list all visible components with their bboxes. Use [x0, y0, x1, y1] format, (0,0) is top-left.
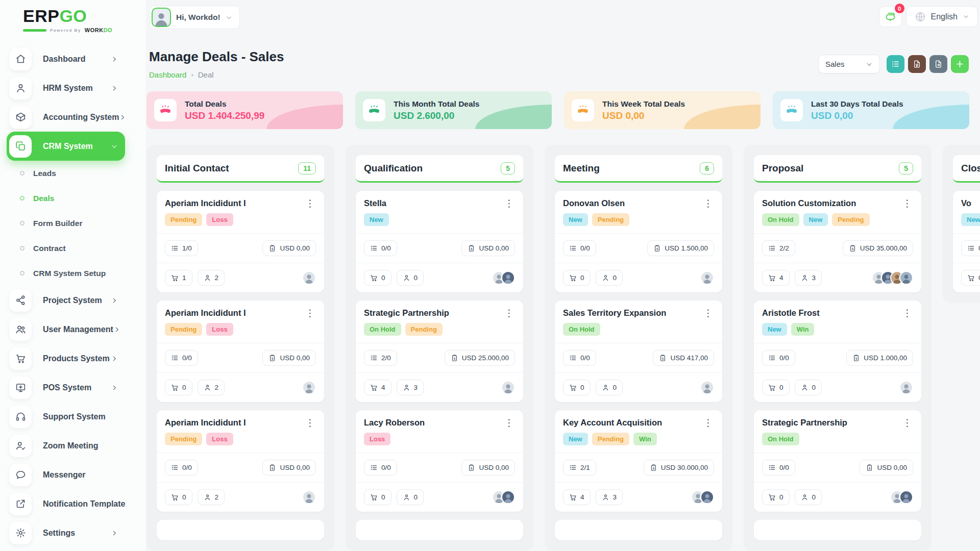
- deal-card[interactable]: Solution Customization⋮On HoldNewPending…: [754, 191, 921, 292]
- tag-win: Win: [791, 323, 815, 336]
- sidebar-item-notification-template[interactable]: Notification Template: [7, 489, 125, 518]
- import-button[interactable]: [908, 55, 926, 73]
- tag-loss: Loss: [206, 433, 233, 445]
- deal-card[interactable]: Strategic Partnership⋮On Hold0/0$USD 0,0…: [754, 410, 921, 512]
- card-menu-button[interactable]: ⋮: [503, 198, 515, 208]
- checklist-icon: [768, 244, 776, 252]
- checklist-icon: [569, 244, 577, 252]
- deal-card-header: Solution Customization⋮: [754, 198, 921, 208]
- add-deal-button[interactable]: [951, 55, 969, 73]
- sidebar-item-messenger[interactable]: Messenger: [7, 460, 125, 489]
- deal-card[interactable]: Aperiam Incididunt I⋮PendingLoss1/0$USD …: [157, 191, 324, 292]
- money-icon: $: [650, 464, 657, 471]
- deal-card-partial[interactable]: [157, 520, 324, 540]
- deal-tags: Loss: [356, 433, 523, 445]
- stat-text: Total DealsUSD 1.404.250,99: [185, 99, 264, 121]
- sidebar-item-user-management[interactable]: User Management: [7, 315, 125, 344]
- deal-card-partial[interactable]: [555, 520, 722, 540]
- deal-footer-pills: 12: [165, 270, 225, 286]
- sidebar-subitem-label: Deals: [33, 194, 54, 203]
- sidebar-item-support-system[interactable]: Support System: [7, 402, 125, 431]
- avatar: [302, 381, 316, 394]
- brand-workdo: WORKDO: [85, 28, 112, 33]
- sidebar-item-zoom-meeting[interactable]: Zoom Meeting: [7, 431, 125, 460]
- card-menu-button[interactable]: ⋮: [702, 198, 714, 208]
- sidebar-subitem-contract[interactable]: Contract: [0, 236, 146, 261]
- deal-card-partial[interactable]: [754, 520, 921, 540]
- deal-card[interactable]: Lacy Roberson⋮Loss0/0$USD 0,0000: [356, 410, 523, 512]
- card-menu-button[interactable]: ⋮: [503, 418, 515, 428]
- sidebar-item-products-system[interactable]: Products System: [7, 344, 125, 373]
- sidebar-item-settings[interactable]: Settings: [7, 518, 125, 547]
- deal-card[interactable]: Key Account Acquisition⋮NewPendingWin2/1…: [555, 410, 722, 512]
- external-link-icon: [9, 493, 32, 515]
- deal-card[interactable]: Aristotle Frost⋮NewWin0/0$USD 1.000,0000: [754, 300, 921, 402]
- sidebar-subitem-crm-system-setup[interactable]: CRM System Setup: [0, 261, 146, 286]
- deal-footer-row: 02: [157, 372, 324, 402]
- deal-card-partial[interactable]: [356, 520, 523, 540]
- sidebar-item-crm-system[interactable]: CRM System: [7, 132, 125, 161]
- deal-avatars: [691, 490, 714, 504]
- brand-logo-text: ERPGO: [23, 7, 146, 24]
- messages-button[interactable]: 0: [879, 6, 902, 27]
- sidebar-subitem-leads[interactable]: Leads: [0, 161, 146, 186]
- kanban-column-proposal: Proposal5Solution Customization⋮On HoldN…: [744, 145, 932, 550]
- deal-card[interactable]: Aperiam Incididunt I⋮PendingLoss0/0$USD …: [157, 410, 324, 512]
- language-selector[interactable]: English: [906, 6, 978, 27]
- users-value: 3: [414, 384, 418, 391]
- deal-card[interactable]: Vo⋮New0/0$USD 0,0000: [953, 191, 980, 292]
- card-menu-button[interactable]: ⋮: [503, 308, 515, 318]
- deal-footer-row: 00: [953, 263, 980, 292]
- tasks-pill: 0/0: [364, 240, 397, 256]
- pos-icon: [9, 377, 32, 399]
- deal-tags: New: [356, 213, 523, 226]
- deal-footer-pills: 00: [563, 270, 623, 286]
- deal-card[interactable]: Strategic Partnership⋮On HoldPending2/0$…: [356, 300, 523, 402]
- deal-footer-row: 00: [754, 372, 921, 402]
- sidebar-item-accounting-system[interactable]: Accounting System: [7, 103, 125, 132]
- card-menu-button[interactable]: ⋮: [702, 308, 714, 318]
- list-view-button[interactable]: [887, 55, 904, 73]
- card-menu-button[interactable]: ⋮: [901, 198, 913, 208]
- stat-card-this-month-total-deals: This Month Total DealsUSD 2.600,00: [355, 91, 552, 129]
- card-menu-button[interactable]: ⋮: [901, 418, 913, 428]
- sidebar-subitem-deals[interactable]: Deals: [0, 186, 146, 211]
- breadcrumb-dashboard-link[interactable]: Dashboard: [149, 70, 186, 79]
- export-button[interactable]: [929, 55, 947, 73]
- deal-card[interactable]: Sales Territory Expansion⋮On Hold0/0$USD…: [555, 300, 722, 402]
- deal-avatars: [492, 490, 515, 504]
- card-menu-button[interactable]: ⋮: [304, 198, 316, 208]
- cart-icon: [569, 493, 577, 501]
- chevron-down-icon: [111, 143, 118, 150]
- sidebar-subitem-form-builder[interactable]: Form Builder: [0, 211, 146, 236]
- users-value: 0: [414, 274, 418, 282]
- card-menu-button[interactable]: ⋮: [702, 418, 714, 428]
- svg-text:$: $: [855, 357, 857, 361]
- avatar: [700, 271, 714, 285]
- sidebar-item-project-system[interactable]: Project System: [7, 286, 125, 315]
- sidebar-item-hrm-system[interactable]: HRM System: [7, 73, 125, 103]
- price-pill: $USD 35.000,00: [843, 240, 913, 256]
- sidebar-item-label: Support System: [43, 412, 106, 421]
- card-menu-button[interactable]: ⋮: [304, 308, 316, 318]
- deal-card-header: Vo⋮: [953, 198, 980, 208]
- brand-logo[interactable]: ERPGO Powered By WORKDO: [0, 0, 146, 33]
- sidebar-item-dashboard[interactable]: Dashboard: [7, 44, 125, 73]
- card-menu-button[interactable]: ⋮: [901, 308, 913, 318]
- money-icon: $: [866, 464, 873, 471]
- kanban-column-closed: ClosedVo⋮New0/0$USD 0,0000: [943, 145, 980, 303]
- sidebar-item-pos-system[interactable]: POS System: [7, 373, 125, 402]
- deal-card-header: Strategic Partnership⋮: [356, 308, 523, 318]
- price-pill: $USD 0,00: [262, 350, 316, 366]
- kanban-column-header: Qualification5: [356, 155, 523, 183]
- pipeline-select[interactable]: Sales: [818, 55, 880, 73]
- card-menu-button[interactable]: ⋮: [304, 418, 316, 428]
- deal-card[interactable]: Donovan Olsen⋮NewPending0/0$USD 1.500,00…: [555, 191, 722, 292]
- person-icon: [602, 274, 609, 282]
- user-menu[interactable]: Hi, Workdo!: [149, 6, 240, 29]
- kanban-column-title: Qualification: [364, 163, 423, 174]
- tasks-pill: 0/0: [563, 240, 596, 256]
- deal-card[interactable]: Stella⋮New0/0$USD 0,0000: [356, 191, 523, 292]
- deal-card[interactable]: Aperiam Incididunt I⋮PendingLoss0/0$USD …: [157, 300, 324, 402]
- tasks-value: 0/0: [580, 244, 590, 252]
